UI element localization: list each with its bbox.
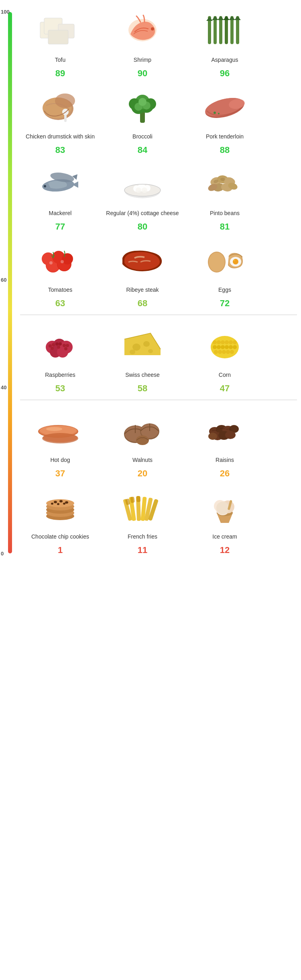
food-name-ice-cream: Ice cream — [212, 529, 237, 544]
food-image-eggs — [197, 240, 253, 280]
svg-marker-12 — [206, 17, 213, 21]
svg-point-136 — [63, 503, 65, 505]
food-name-fries: French fries — [128, 529, 157, 544]
food-image-broccoli — [114, 87, 171, 127]
food-score-raisins: 26 — [220, 468, 230, 479]
food-image-corn — [197, 325, 253, 365]
food-image-tofu — [32, 10, 88, 50]
svg-point-92 — [217, 340, 221, 344]
list-item: Raspberries 53 — [20, 323, 100, 396]
svg-point-111 — [46, 427, 62, 431]
scale-label-40: 40 — [1, 384, 6, 390]
food-name-shrimp: Shrimp — [134, 53, 151, 67]
food-score-corn: 47 — [220, 383, 230, 394]
scale-label-100: 100 — [1, 9, 10, 15]
section-high: Tofu 89 — [20, 8, 297, 311]
food-score-hotdog: 37 — [55, 468, 65, 479]
svg-point-151 — [216, 502, 229, 514]
svg-point-91 — [213, 340, 217, 344]
main-container: 100 60 40 0 — [0, 0, 301, 565]
food-image-asparagus — [197, 10, 253, 50]
svg-point-133 — [59, 500, 63, 502]
food-image-shrimp — [114, 10, 171, 50]
svg-point-36 — [218, 113, 220, 114]
scale-label-60: 60 — [1, 277, 6, 283]
list-item: Tofu 89 — [20, 8, 100, 81]
list-item: Broccoli 84 — [102, 85, 183, 157]
food-name-raspberries: Raspberries — [45, 368, 75, 382]
food-score-swiss-cheese: 58 — [138, 383, 147, 394]
svg-rect-7 — [214, 16, 217, 44]
list-item: Pinto beans 81 — [185, 161, 265, 234]
scale-bar — [8, 12, 12, 553]
content-area: Tofu 89 — [16, 0, 301, 565]
svg-point-97 — [213, 345, 217, 349]
divider-40 — [20, 400, 297, 400]
food-image-cookies — [32, 487, 88, 527]
food-score-tofu: 89 — [55, 68, 65, 79]
food-score-shrimp: 90 — [138, 68, 147, 79]
food-image-ribeye — [114, 240, 171, 280]
svg-point-79 — [55, 342, 59, 346]
list-item: Ice cream 12 — [185, 485, 265, 557]
svg-point-5 — [151, 27, 154, 30]
food-image-hotdog — [32, 410, 88, 450]
svg-point-81 — [57, 346, 60, 349]
food-name-mackerel: Mackerel — [49, 206, 72, 220]
scale-label-0: 0 — [1, 551, 4, 557]
list-item: Pork tenderloin 88 — [185, 85, 265, 157]
svg-point-118 — [136, 435, 149, 445]
svg-marker-16 — [229, 16, 235, 20]
svg-point-88 — [148, 349, 153, 353]
svg-point-87 — [130, 350, 135, 354]
svg-rect-3 — [48, 30, 68, 44]
list-item: Corn 47 — [185, 323, 265, 396]
list-item: Regular (4%) cottage cheese 80 — [102, 161, 183, 234]
food-name-eggs: Eggs — [218, 283, 231, 297]
svg-point-80 — [59, 342, 62, 346]
svg-point-65 — [61, 260, 64, 263]
svg-marker-15 — [223, 16, 230, 20]
food-score-pork: 88 — [220, 145, 230, 155]
svg-point-22 — [55, 94, 75, 108]
list-item: Tomatoes 63 — [20, 238, 100, 311]
svg-point-93 — [221, 340, 225, 344]
food-name-raisins: Raisins — [216, 453, 234, 467]
food-name-asparagus: Asparagus — [212, 53, 238, 67]
scale-bar-container: 100 60 40 0 — [0, 0, 16, 565]
svg-point-35 — [214, 112, 216, 114]
svg-point-45 — [136, 187, 141, 193]
food-name-walnuts: Walnuts — [132, 453, 153, 467]
food-image-mackerel — [32, 163, 88, 203]
food-name-tofu: Tofu — [55, 53, 65, 67]
svg-point-31 — [138, 98, 146, 106]
svg-point-98 — [217, 345, 221, 349]
svg-rect-9 — [225, 16, 228, 44]
list-item: Swiss cheese 58 — [102, 323, 183, 396]
svg-point-63 — [62, 253, 73, 264]
svg-rect-10 — [230, 16, 234, 44]
svg-point-86 — [143, 341, 150, 347]
svg-point-64 — [49, 261, 53, 264]
food-name-ribeye: Ribeye steak — [126, 283, 159, 297]
divider-60 — [20, 315, 297, 315]
svg-rect-8 — [219, 16, 222, 44]
svg-point-85 — [132, 344, 140, 351]
food-image-chicken — [32, 87, 88, 127]
svg-point-95 — [229, 340, 233, 344]
svg-point-126 — [208, 433, 217, 440]
svg-point-100 — [225, 345, 229, 349]
section-mid: Raspberries 53 — [20, 323, 297, 396]
list-item: Mackerel 77 — [20, 161, 100, 234]
food-score-pinto-beans: 81 — [220, 222, 230, 232]
svg-point-125 — [225, 431, 236, 439]
food-score-fries: 11 — [138, 545, 147, 555]
svg-point-67 — [209, 252, 225, 272]
food-image-pinto-beans — [197, 163, 253, 203]
food-score-walnuts: 20 — [138, 468, 147, 479]
section-low: Hot dog 37 — [20, 408, 297, 557]
food-score-cookies: 1 — [58, 545, 63, 555]
food-image-pork — [197, 87, 253, 127]
food-score-eggs: 72 — [220, 298, 230, 309]
list-item: Chicken drumstick with skin 83 — [20, 85, 100, 157]
